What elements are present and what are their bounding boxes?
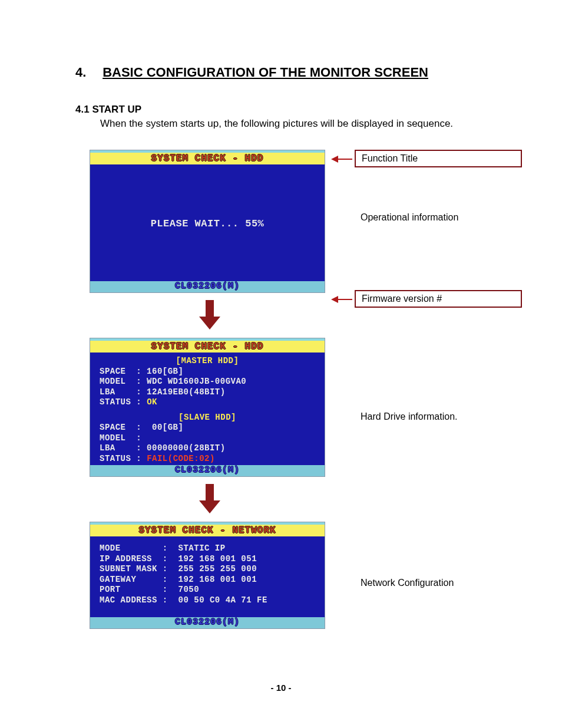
subsection-number: 4.1 xyxy=(75,104,90,115)
subsection-title: START UP xyxy=(92,104,141,115)
callout-label: Network Configuration xyxy=(361,578,454,588)
callout-label: Operational information xyxy=(361,212,458,222)
wait-text: PLEASE WAIT... 55% xyxy=(151,218,265,230)
screen-title: SYSTEM CHECK - NETWORK xyxy=(90,522,325,536)
callout-firmware-version: Firmware version # xyxy=(355,290,522,308)
subsection-heading: 4.1 START UP xyxy=(75,104,527,116)
callout-network-config: Network Configuration xyxy=(361,578,454,588)
screen-title: SYSTEM CHECK - HDD xyxy=(90,338,325,353)
status-label: STATUS : xyxy=(100,454,147,463)
firmware-version: CL032206(M) xyxy=(90,617,325,628)
master-model: MODEL : WDC WD1600JB-00GVA0 xyxy=(100,377,315,387)
screen-network: SYSTEM CHECK - NETWORK MODE : STATIC IPI… xyxy=(90,522,325,629)
slave-hdd-header: [SLAVE HDD] xyxy=(100,413,315,423)
callout-hdd-info: Hard Drive information. xyxy=(361,411,458,422)
section-heading: 4. BASIC CONFIGURATION OF THE MONITOR SC… xyxy=(75,65,527,80)
slave-lba: LBA : 00000000(28BIT) xyxy=(100,443,315,454)
callout-function-title: Function Title xyxy=(355,150,522,167)
status-label: STATUS : xyxy=(100,397,147,407)
firmware-version: CL032206(M) xyxy=(90,281,325,292)
firmware-version: CL032206(M) xyxy=(90,465,325,476)
callout-label: Firmware version # xyxy=(362,294,442,304)
screen-body: [MASTER HDD]SPACE : 160[GB]MODEL : WDC W… xyxy=(90,353,325,465)
callout-label: Hard Drive information. xyxy=(361,411,458,421)
heading-number: 4. xyxy=(75,65,99,80)
callout-label: Function Title xyxy=(362,153,418,163)
net-ip: IP ADDRESS : 192 168 001 051 xyxy=(100,554,315,565)
screen-hdd-wait: SYSTEM CHECK - HDD PLEASE WAIT... 55% CL… xyxy=(90,150,325,293)
slave-status: STATUS : FAIL(CODE:02) xyxy=(100,454,315,465)
heading-title: BASIC CONFIGURATION OF THE MONITOR SCREE… xyxy=(103,65,428,80)
status-value: FAIL(CODE:02) xyxy=(147,454,215,463)
master-hdd-header: [MASTER HDD] xyxy=(100,356,315,367)
screen-body: PLEASE WAIT... 55% xyxy=(90,164,325,281)
status-value: OK xyxy=(147,397,157,407)
screen-body: MODE : STATIC IPIP ADDRESS : 192 168 001… xyxy=(90,536,325,617)
callout-operational-info: Operational information xyxy=(361,212,458,223)
net-mask: SUBNET MASK : 255 255 255 000 xyxy=(100,564,315,575)
master-space: SPACE : 160[GB] xyxy=(100,367,315,377)
master-lba: LBA : 12A19EB0(48BIT) xyxy=(100,387,315,398)
screen-hdd-detail: SYSTEM CHECK - HDD [MASTER HDD]SPACE : 1… xyxy=(90,338,325,477)
net-port: PORT : 7050 xyxy=(100,585,315,595)
net-gateway: GATEWAY : 192 168 001 001 xyxy=(100,575,315,585)
intro-text: When the system starts up, the following… xyxy=(100,118,527,130)
net-mac: MAC ADDRESS : 00 50 C0 4A 71 FE xyxy=(100,595,315,606)
net-mode: MODE : STATIC IP xyxy=(100,543,315,554)
slave-model: MODEL : xyxy=(100,433,315,444)
slave-space: SPACE : 00[GB] xyxy=(100,423,315,433)
master-status: STATUS : OK xyxy=(100,397,315,408)
page-number: - 10 - xyxy=(0,683,562,693)
screen-title: SYSTEM CHECK - HDD xyxy=(90,150,325,164)
